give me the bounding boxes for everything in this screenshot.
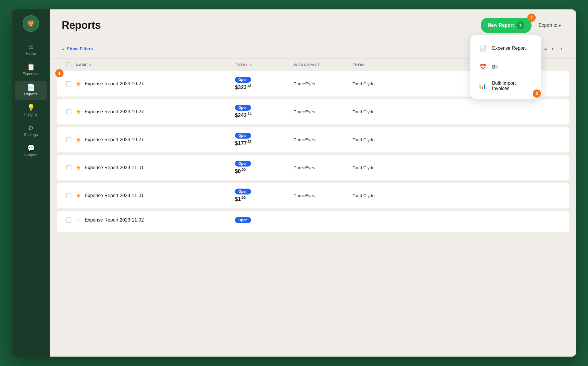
row1-badge: 1 (55, 69, 64, 77)
bill-icon: 📅 (477, 62, 488, 72)
row4-amount: $0.00 (235, 168, 246, 174)
row1-workspace: ThreeEyes (294, 81, 353, 86)
bill-label: Bill (492, 64, 498, 70)
dropdown-bulk-import[interactable]: 📊 Bulk Import Invoices 3 (473, 76, 539, 95)
col-from-label: FROM (353, 63, 365, 67)
new-report-button[interactable]: New Report ▾ (481, 18, 532, 33)
row6-checkbox-cell (62, 217, 76, 223)
row6-star-icon[interactable]: ☆ (76, 217, 81, 224)
row3-name-cell: ★ Expense Report 2023-10-27 (76, 136, 235, 143)
pagination-prev[interactable]: ‹ (549, 44, 556, 53)
filter-icon: ≡ (62, 46, 64, 51)
sidebar-item-home[interactable]: ⊞ Home (15, 40, 47, 59)
row5-from: Todd Clyde (353, 193, 405, 198)
row5-checkbox-cell (62, 193, 76, 198)
sidebar-label-settings: Settings (24, 132, 38, 137)
new-report-label: New Report (488, 23, 514, 28)
pagination-next[interactable]: › (558, 44, 564, 53)
col-total-label: TOTAL (235, 63, 248, 67)
select-all-checkbox[interactable] (66, 62, 71, 67)
row3-amount: $177.88 (235, 140, 252, 147)
insights-icon: 💡 (27, 104, 35, 111)
row4-workspace: ThreeEyes (294, 165, 353, 170)
row3-star-icon[interactable]: ★ (76, 136, 81, 143)
row4-name-text: Expense Report 2023-11-01 (85, 165, 144, 170)
sidebar-item-settings[interactable]: ⚙ Settings (15, 121, 47, 140)
col-header-from: FROM (353, 63, 405, 67)
table-row[interactable]: ★ Expense Report 2023-11-01 Open $0.00 T… (57, 155, 569, 180)
row2-name-cell: ★ Expense Report 2023-10-27 (76, 108, 235, 115)
sidebar-label-insights: Insights (24, 112, 38, 117)
row5-name-cell: ★ Expense Report 2023-11-01 (76, 192, 235, 199)
dropdown-bill[interactable]: 📅 Bill (473, 58, 539, 76)
sidebar: 🦁 ⊞ Home 📋 Expenses 📄 Reports 💡 Insights… (12, 9, 50, 357)
export-label: Export to (539, 23, 557, 28)
show-filters-button[interactable]: ≡ Show Filters (62, 46, 93, 51)
pagination-page: 4 (544, 46, 547, 51)
sidebar-item-insights[interactable]: 💡 Insights (15, 101, 47, 120)
sidebar-item-expenses[interactable]: 📋 Expenses (15, 60, 47, 79)
row2-star-icon[interactable]: ★ (76, 108, 81, 115)
table-row[interactable]: ★ Expense Report 2023-10-27 Open $242.14… (57, 99, 569, 124)
page-title: Reports (62, 19, 101, 31)
table-container: NAME ⇅ TOTAL ⇅ WORKSPACE FROM 1 (50, 59, 576, 357)
export-to-button[interactable]: Export to ▾ (535, 20, 564, 31)
name-sort-icon: ⇅ (89, 63, 92, 66)
pagination: 4 ‹ › (544, 44, 564, 53)
support-icon: 💬 (27, 145, 35, 152)
table-row[interactable]: ☆ Expense Report 2023-11-02 Open (57, 211, 569, 232)
row3-from: Todd Clyde (353, 137, 405, 142)
home-icon: ⊞ (28, 44, 34, 50)
table-row[interactable]: ★ Expense Report 2023-10-27 Open $177.88… (57, 127, 569, 152)
row6-total-cell: Open (235, 217, 294, 223)
row5-name-text: Expense Report 2023-11-01 (85, 193, 144, 198)
row5-star-icon[interactable]: ★ (76, 192, 81, 199)
row2-checkbox[interactable] (66, 109, 71, 114)
expense-report-label: Expense Report (492, 46, 526, 51)
sidebar-label-home: Home (26, 51, 36, 56)
row4-name-cell: ★ Expense Report 2023-11-01 (76, 164, 235, 171)
col-workspace-label: WORKSPACE (294, 63, 320, 67)
row1-amount: $323.46 (235, 84, 252, 91)
row2-checkbox-cell (62, 109, 76, 114)
row1-name-text: Expense Report 2023-10-27 (85, 81, 144, 86)
row6-checkbox[interactable] (66, 217, 71, 223)
settings-icon: ⚙ (28, 125, 34, 131)
table-row[interactable]: ★ Expense Report 2023-11-01 Open $1.00 T… (57, 183, 569, 208)
sidebar-label-support: Support (24, 153, 38, 157)
row6-status-badge: Open (235, 217, 251, 223)
row3-workspace: ThreeEyes (294, 137, 353, 142)
sidebar-logo[interactable]: 🦁 (23, 15, 39, 32)
page-header: Reports 2 New Report ▾ Export to ▾ (50, 9, 576, 39)
row2-total-cell: Open $242.14 (235, 105, 294, 119)
col-header-workspace: WORKSPACE (294, 63, 353, 67)
sidebar-item-reports[interactable]: 📄 Reports (15, 81, 47, 100)
col-name-label: NAME (76, 63, 88, 67)
row4-status-badge: Open (235, 161, 251, 167)
row5-checkbox[interactable] (66, 193, 71, 198)
col-header-name[interactable]: NAME ⇅ (76, 63, 235, 67)
show-filters-label: Show Filters (67, 46, 93, 51)
row4-from: Todd Clyde (353, 165, 405, 170)
new-report-wrapper: 2 New Report ▾ (481, 18, 532, 33)
sidebar-label-reports: Reports (24, 92, 38, 96)
row3-checkbox[interactable] (66, 137, 71, 142)
row3-total-cell: Open $177.88 (235, 133, 294, 147)
row2-name-text: Expense Report 2023-10-27 (85, 109, 144, 114)
row1-star-icon[interactable]: ★ (76, 80, 81, 87)
row4-checkbox[interactable] (66, 165, 71, 170)
row4-star-icon[interactable]: ★ (76, 164, 81, 171)
chevron-down-icon: ▾ (516, 21, 524, 29)
bulk-import-label: Bulk Import Invoices (492, 81, 534, 91)
dropdown-expense-report[interactable]: 📄 Expense Report (473, 39, 539, 58)
row5-status-badge: Open (235, 189, 251, 194)
row1-status-badge: Open (235, 77, 251, 83)
bulk-import-icon: 📊 (477, 81, 488, 91)
header-actions: 2 New Report ▾ Export to ▾ 📄 Expense Rep… (481, 18, 564, 33)
row1-name-cell: ★ Expense Report 2023-10-27 (76, 80, 235, 87)
row1-total-cell: Open $323.46 (235, 77, 294, 91)
row6-name-cell: ☆ Expense Report 2023-11-02 (76, 217, 235, 224)
col-header-total[interactable]: TOTAL ⇅ (235, 63, 294, 67)
row1-checkbox[interactable] (66, 81, 71, 86)
sidebar-item-support[interactable]: 💬 Support (15, 142, 47, 161)
